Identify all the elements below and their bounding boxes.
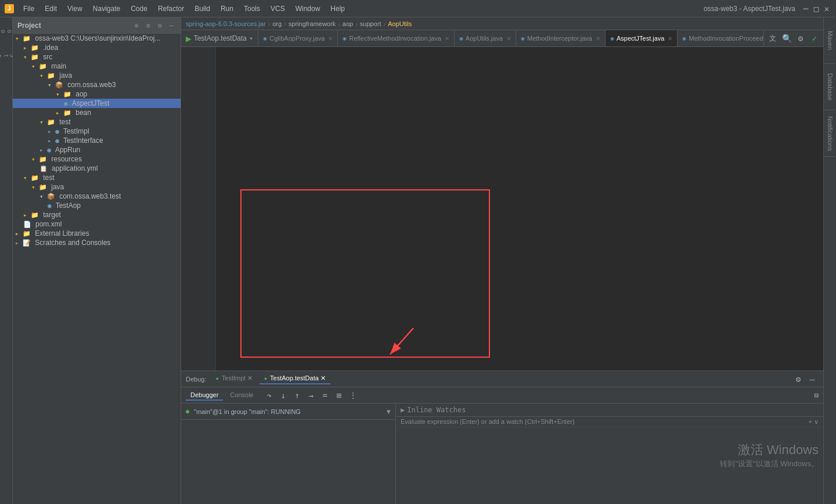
menu-item-file[interactable]: File xyxy=(19,3,39,14)
code-content[interactable] xyxy=(216,47,823,370)
code-editor[interactable] xyxy=(181,47,823,370)
debug-frames[interactable]: ⊞ xyxy=(333,389,345,402)
bookmarks-icon[interactable]: Book xyxy=(1,20,12,43)
project-panel-header: Project ⊕ ≡ ⚙ — xyxy=(13,17,181,34)
run-config-dropdown[interactable]: ▾ xyxy=(249,34,253,42)
tree-item[interactable]: ▾ 📁test xyxy=(13,117,181,127)
bc-item-3: aop xyxy=(343,20,353,27)
panel-icon-settings[interactable]: ⚙ xyxy=(155,21,164,30)
menu-item-build[interactable]: Build xyxy=(190,3,215,14)
tree-icon-folder: ▾ 📁 xyxy=(15,35,31,42)
subtab-console[interactable]: Console xyxy=(225,390,258,401)
tree-item[interactable]: ▾ 📦com.ossa.web3 xyxy=(13,80,181,89)
menu-item-edit[interactable]: Edit xyxy=(40,3,62,14)
debug-settings-icon[interactable]: ⚙ xyxy=(792,373,805,386)
tree-item[interactable]: ▾ 📁ossa-web3 C:\Users\sunjinxin\IdeaProj… xyxy=(13,34,181,43)
minimize-button[interactable]: ─ xyxy=(801,4,810,13)
editor-tab-methodinterceptor-java[interactable]: ◉MethodInterceptor.java✕ xyxy=(516,30,606,46)
tree-item[interactable]: ▸ ●TestInterface xyxy=(13,136,181,145)
menu-item-code[interactable]: Code xyxy=(126,3,152,14)
editor-tab-cglibaopproxy-java[interactable]: ◉CglibAopProxy.java✕ xyxy=(258,30,338,46)
tree-item[interactable]: ▾ 📦com.ossa.web3.test xyxy=(13,192,181,201)
close-button[interactable]: ✕ xyxy=(822,4,831,13)
tree-item[interactable]: ▸ ●TestImpl xyxy=(13,127,181,136)
tree-label: java xyxy=(51,183,64,191)
editor-tab-methodinvocationproceedingjo---[interactable]: ◉MethodInvocationProceedingJo...✕ xyxy=(678,30,763,46)
bc-sep-2: › xyxy=(338,20,340,27)
right-tab-maven[interactable]: Maven xyxy=(824,17,837,64)
menu-item-window[interactable]: Window xyxy=(291,3,325,14)
notifications-toolbar-icon[interactable]: ✓ xyxy=(808,32,821,45)
tree-item[interactable]: ▸ 📝Scratches and Consoles xyxy=(13,238,181,247)
tree-label: java xyxy=(59,71,72,80)
tree-item[interactable]: ▾ 📁java xyxy=(13,182,181,192)
tree-item[interactable]: ▸ 📁.idea xyxy=(13,43,181,52)
right-tab-database[interactable]: Database xyxy=(824,64,837,110)
right-tab-notifications[interactable]: Notifications xyxy=(824,110,837,157)
tree-label: resources xyxy=(51,155,82,163)
debug-step-over[interactable]: ↷ xyxy=(263,389,276,402)
tab-close-icon[interactable]: ✕ xyxy=(506,35,511,42)
tab-close-icon[interactable]: ✕ xyxy=(445,35,449,42)
editor-tab-aspectjtest-java[interactable]: ◉AspectJTest.java✕ xyxy=(606,30,678,46)
debug-step-out[interactable]: ↑ xyxy=(291,389,304,402)
tree-item[interactable]: 📄pom.xml xyxy=(13,219,181,229)
tree-label: com.ossa.web3 xyxy=(67,81,116,89)
panel-icon-minimize[interactable]: — xyxy=(167,21,176,30)
menu-item-refactor[interactable]: Refactor xyxy=(153,3,189,14)
tree-item[interactable]: ▸ 📁External Libraries xyxy=(13,229,181,238)
thread-filter-icon[interactable]: ▼ xyxy=(387,408,391,416)
debug-run-to-cursor[interactable]: → xyxy=(305,389,318,402)
tree-item[interactable]: ▸ ●AppRun xyxy=(13,145,181,154)
watch-expand-icon: ▶ xyxy=(401,406,405,414)
tree-item[interactable]: ●TestAop xyxy=(13,201,181,210)
window-controls: ─ □ ✕ xyxy=(801,4,831,13)
settings-toolbar-icon[interactable]: ⚙ xyxy=(794,32,807,45)
debug-more-icon[interactable]: ⋮ xyxy=(347,389,359,402)
tree-item[interactable]: ▾ 📁main xyxy=(13,62,181,71)
add-watch-icon[interactable]: + ∨ xyxy=(809,418,819,426)
tree-item[interactable]: ▾ 📁aop xyxy=(13,89,181,99)
tab-close-icon[interactable]: ✕ xyxy=(668,35,672,42)
menu-item-tools[interactable]: Tools xyxy=(239,3,265,14)
editor-tab-reflectivemethodinvocation-java[interactable]: ◉ReflectiveMethodInvocation.java✕ xyxy=(338,30,454,46)
line-numbers xyxy=(193,47,216,370)
menu-item-run[interactable]: Run xyxy=(216,3,238,14)
structure-icon[interactable]: Str xyxy=(1,44,12,67)
panel-icon-external[interactable]: ⊕ xyxy=(132,21,141,30)
tree-label: main xyxy=(51,62,66,70)
tree-item[interactable]: ▾ 📁java xyxy=(13,71,181,80)
debug-layout-icon[interactable]: ⊟ xyxy=(815,391,819,399)
tab-close-icon[interactable]: ✕ xyxy=(328,35,333,42)
watch-input-area[interactable]: ▶ Inline Watches xyxy=(396,404,823,417)
subtab-debugger[interactable]: Debugger xyxy=(186,390,223,401)
menu-item-view[interactable]: View xyxy=(63,3,87,14)
translate-icon[interactable]: 文 xyxy=(766,32,779,45)
tree-item[interactable]: ▸ 📁target xyxy=(13,210,181,219)
maximize-button[interactable]: □ xyxy=(812,4,821,13)
menu-item-help[interactable]: Help xyxy=(326,3,349,14)
tree-icon-java: ● xyxy=(48,202,52,210)
tree-item[interactable]: ▾ 📁test xyxy=(13,173,181,182)
tree-item[interactable]: ▸ 📁bean xyxy=(13,108,181,117)
menu-item-vcs[interactable]: VCS xyxy=(266,3,290,14)
panel-icon-collapse[interactable]: ≡ xyxy=(143,21,153,30)
debug-tab-testaop[interactable]: ● TestAop.testData ✕ xyxy=(260,373,330,384)
tree-item[interactable]: ●AspectJTest xyxy=(13,99,181,108)
tree-item[interactable]: ▾ 📁src xyxy=(13,52,181,62)
tab-label: AspectJTest.java xyxy=(617,35,665,42)
menu-item-navigate[interactable]: Navigate xyxy=(88,3,125,14)
debug-step-in[interactable]: ↓ xyxy=(277,389,290,402)
tree-item[interactable]: ▾ 📁resources xyxy=(13,154,181,164)
editor-tab-aoputils-java[interactable]: ◉AopUtils.java✕ xyxy=(455,30,516,46)
watch-expression-bar[interactable]: Evaluate expression (Enter) or add a wat… xyxy=(396,417,823,427)
debug-tab-testimpl[interactable]: ● TestImpl ✕ xyxy=(211,373,257,384)
debug-panel: Debug: ● TestImpl ✕ ● TestAop.testData ✕… xyxy=(181,370,823,504)
debug-minimize-icon[interactable]: — xyxy=(806,373,819,386)
tab-label: MethodInterceptor.java xyxy=(527,35,592,42)
search-toolbar-icon[interactable]: 🔍 xyxy=(780,32,793,45)
run-icon[interactable]: ▶ xyxy=(186,33,192,44)
debug-evaluate[interactable]: = xyxy=(319,389,331,402)
tab-close-icon[interactable]: ✕ xyxy=(596,35,600,42)
tree-item[interactable]: 📋application.yml xyxy=(13,164,181,173)
